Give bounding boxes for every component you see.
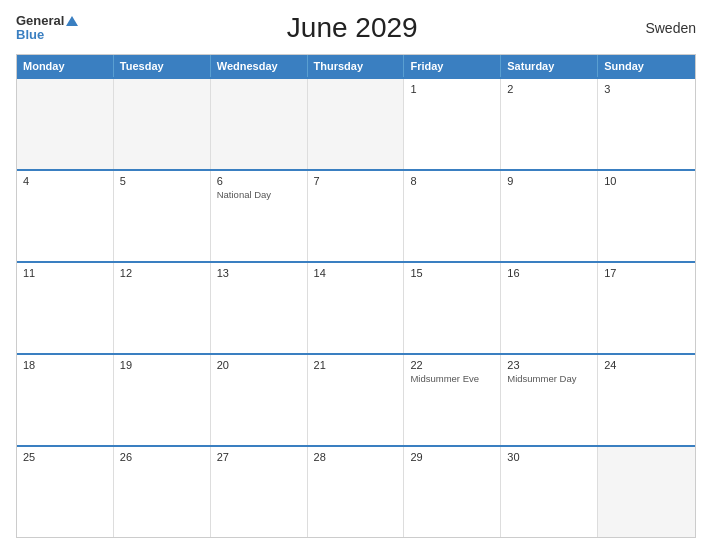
day-number: 15	[410, 267, 494, 279]
day-number: 3	[604, 83, 689, 95]
calendar-cell: 3	[598, 79, 695, 169]
calendar-cell: 14	[308, 263, 405, 353]
day-number: 30	[507, 451, 591, 463]
day-number: 17	[604, 267, 689, 279]
day-number: 7	[314, 175, 398, 187]
calendar-cell	[17, 79, 114, 169]
day-number: 25	[23, 451, 107, 463]
day-number: 2	[507, 83, 591, 95]
header-day-sunday: Sunday	[598, 55, 695, 77]
calendar-week-5: 252627282930	[17, 445, 695, 537]
page-header: General Blue June 2029 Sweden	[16, 12, 696, 44]
calendar-cell: 4	[17, 171, 114, 261]
logo-blue-text: Blue	[16, 27, 44, 42]
calendar-body: 123456National Day7891011121314151617181…	[17, 77, 695, 537]
calendar-cell: 1	[404, 79, 501, 169]
day-number: 16	[507, 267, 591, 279]
calendar-cell: 13	[211, 263, 308, 353]
day-number: 20	[217, 359, 301, 371]
day-event: National Day	[217, 189, 301, 200]
calendar-cell: 2	[501, 79, 598, 169]
day-number: 26	[120, 451, 204, 463]
day-event: Midsummer Eve	[410, 373, 494, 384]
calendar-cell: 19	[114, 355, 211, 445]
day-number: 5	[120, 175, 204, 187]
day-number: 24	[604, 359, 689, 371]
day-number: 4	[23, 175, 107, 187]
header-day-monday: Monday	[17, 55, 114, 77]
calendar-cell: 29	[404, 447, 501, 537]
calendar-page: General Blue June 2029 Sweden MondayTues…	[0, 0, 712, 550]
calendar-cell: 26	[114, 447, 211, 537]
day-number: 28	[314, 451, 398, 463]
calendar-week-1: 123	[17, 77, 695, 169]
day-number: 18	[23, 359, 107, 371]
calendar-cell	[114, 79, 211, 169]
day-number: 6	[217, 175, 301, 187]
day-number: 11	[23, 267, 107, 279]
calendar-cell: 23Midsummer Day	[501, 355, 598, 445]
header-day-friday: Friday	[404, 55, 501, 77]
calendar-week-2: 456National Day78910	[17, 169, 695, 261]
calendar-cell: 24	[598, 355, 695, 445]
country-label: Sweden	[626, 20, 696, 36]
day-number: 14	[314, 267, 398, 279]
header-day-saturday: Saturday	[501, 55, 598, 77]
calendar-cell: 6National Day	[211, 171, 308, 261]
calendar: MondayTuesdayWednesdayThursdayFridaySatu…	[16, 54, 696, 538]
calendar-cell: 27	[211, 447, 308, 537]
calendar-cell: 30	[501, 447, 598, 537]
day-number: 22	[410, 359, 494, 371]
day-number: 29	[410, 451, 494, 463]
calendar-cell: 12	[114, 263, 211, 353]
day-number: 10	[604, 175, 689, 187]
page-title: June 2029	[78, 12, 626, 44]
calendar-cell: 5	[114, 171, 211, 261]
day-number: 1	[410, 83, 494, 95]
calendar-cell: 10	[598, 171, 695, 261]
day-event: Midsummer Day	[507, 373, 591, 384]
calendar-cell	[211, 79, 308, 169]
calendar-cell	[308, 79, 405, 169]
day-number: 23	[507, 359, 591, 371]
calendar-cell: 22Midsummer Eve	[404, 355, 501, 445]
calendar-cell: 7	[308, 171, 405, 261]
day-number: 8	[410, 175, 494, 187]
calendar-cell: 9	[501, 171, 598, 261]
calendar-cell: 17	[598, 263, 695, 353]
calendar-cell	[598, 447, 695, 537]
calendar-cell: 11	[17, 263, 114, 353]
header-day-wednesday: Wednesday	[211, 55, 308, 77]
day-number: 27	[217, 451, 301, 463]
calendar-cell: 21	[308, 355, 405, 445]
calendar-cell: 28	[308, 447, 405, 537]
calendar-cell: 16	[501, 263, 598, 353]
calendar-header: MondayTuesdayWednesdayThursdayFridaySatu…	[17, 55, 695, 77]
calendar-cell: 18	[17, 355, 114, 445]
header-day-tuesday: Tuesday	[114, 55, 211, 77]
calendar-week-4: 1819202122Midsummer Eve23Midsummer Day24	[17, 353, 695, 445]
calendar-cell: 20	[211, 355, 308, 445]
day-number: 13	[217, 267, 301, 279]
calendar-cell: 15	[404, 263, 501, 353]
logo-general-text: General	[16, 14, 64, 28]
day-number: 12	[120, 267, 204, 279]
day-number: 9	[507, 175, 591, 187]
calendar-cell: 25	[17, 447, 114, 537]
logo-triangle-icon	[66, 16, 78, 26]
day-number: 19	[120, 359, 204, 371]
calendar-cell: 8	[404, 171, 501, 261]
logo: General Blue	[16, 14, 78, 43]
day-number: 21	[314, 359, 398, 371]
calendar-week-3: 11121314151617	[17, 261, 695, 353]
header-day-thursday: Thursday	[308, 55, 405, 77]
